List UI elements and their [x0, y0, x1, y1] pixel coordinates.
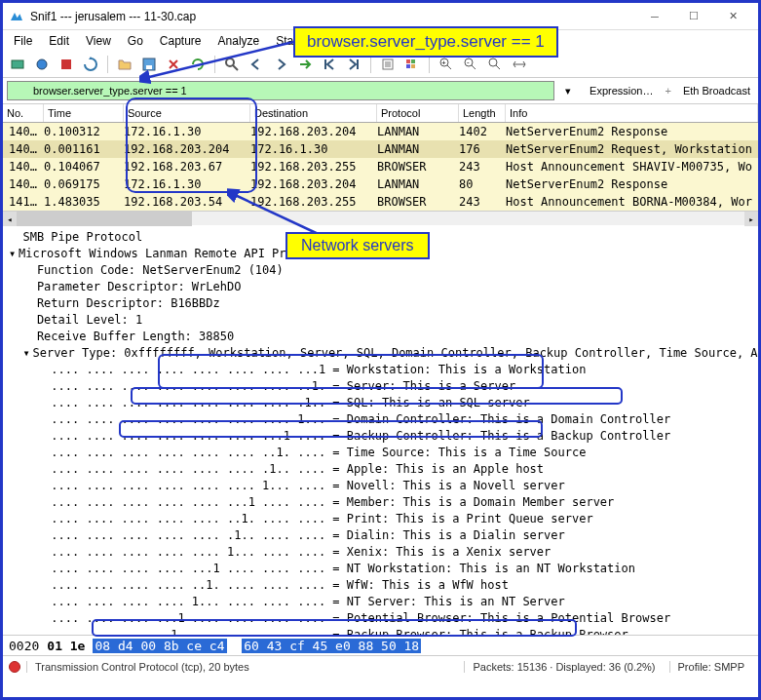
svg-point-18	[489, 58, 497, 66]
save-icon[interactable]	[138, 54, 160, 75]
svg-rect-0	[12, 60, 23, 68]
col-time[interactable]: Time	[44, 104, 124, 122]
col-dst[interactable]: Destination	[250, 104, 377, 122]
status-packets: Packets: 15136 · Displayed: 36 (0.2%)	[464, 661, 663, 673]
menu-file[interactable]: File	[7, 32, 39, 50]
svg-rect-8	[406, 59, 410, 63]
hex-view[interactable]: 0020 01 1e 08 d4 00 8b ce c4 60 43 cf 45…	[3, 635, 758, 656]
filter-clear-icon[interactable]: ▾	[557, 81, 579, 100]
svg-rect-4	[146, 65, 152, 69]
col-len[interactable]: Length	[459, 104, 506, 122]
callout-filter-text: browser.server_type.server == 1	[293, 26, 558, 58]
packet-list[interactable]: No. Time Source Destination Protocol Len…	[3, 103, 758, 225]
minimize-button[interactable]: ─	[635, 4, 674, 29]
filter-eth-broadcast[interactable]: Eth Broadcast	[679, 83, 754, 98]
packet-details[interactable]: SMB Pipe Protocol ▾Microsoft Windows Lan…	[3, 225, 758, 635]
hex-plain: 01 1e	[47, 639, 93, 653]
svg-rect-10	[406, 64, 410, 68]
col-info[interactable]: Info	[506, 104, 758, 122]
menu-analyze[interactable]: Analyze	[211, 32, 267, 50]
col-proto[interactable]: Protocol	[377, 104, 459, 122]
table-row[interactable]: 140…0.100312172.16.1.30192.168.203.204LA…	[3, 123, 758, 140]
stop-capture-icon[interactable]	[56, 54, 77, 75]
svg-point-5	[226, 58, 234, 66]
status-profile[interactable]: Profile: SMPP	[669, 661, 752, 673]
svg-text:+: +	[441, 58, 446, 67]
hex-sel1: 08 d4 00 8b ce c4	[93, 639, 226, 653]
restart-capture-icon[interactable]	[80, 54, 101, 75]
col-src[interactable]: Source	[124, 104, 250, 122]
hex-offset: 0020	[9, 639, 47, 653]
expert-info-icon[interactable]	[9, 661, 20, 673]
app-icon	[9, 9, 24, 24]
close-button[interactable]: ✕	[713, 4, 752, 29]
window-title: Snif1 --- jerusalem --- 11-30.cap	[30, 10, 635, 23]
menu-edit[interactable]: Edit	[42, 32, 76, 50]
svg-line-13	[447, 65, 451, 69]
menu-capture[interactable]: Capture	[153, 32, 209, 50]
svg-rect-2	[61, 59, 71, 69]
svg-rect-11	[411, 64, 415, 68]
table-row[interactable]: 141…1.483035192.168.203.54192.168.203.25…	[3, 193, 758, 211]
next-icon[interactable]	[270, 54, 291, 75]
open-icon[interactable]	[114, 54, 135, 75]
reload-icon[interactable]	[187, 54, 209, 75]
table-row[interactable]: 140…0.069175172.16.1.30192.168.203.204LA…	[3, 175, 758, 193]
start-capture-icon[interactable]	[31, 54, 53, 75]
status-bytes: Transmission Control Protocol (tcp), 20 …	[26, 661, 458, 673]
table-row[interactable]: 140…0.104067192.168.203.67192.168.203.25…	[3, 158, 758, 175]
packet-hscroll[interactable]: ◂▸	[3, 211, 758, 225]
svg-line-6	[233, 65, 238, 70]
filterbar: ▾ Expression… + Eth Broadcast	[3, 78, 758, 103]
svg-text:-: -	[467, 58, 470, 66]
maximize-button[interactable]: ☐	[674, 4, 713, 29]
display-filter-input[interactable]	[7, 81, 554, 100]
svg-line-16	[472, 65, 476, 69]
svg-point-1	[37, 59, 47, 69]
filter-expression-button[interactable]: Expression…	[586, 83, 657, 98]
callout-network-servers: Network servers	[285, 232, 430, 259]
find-icon[interactable]	[221, 54, 243, 75]
statusbar: Transmission Control Protocol (tcp), 20 …	[3, 656, 758, 678]
table-row[interactable]: 140…0.001161192.168.203.204172.16.1.30LA…	[3, 140, 758, 158]
close-file-icon[interactable]	[163, 54, 184, 75]
menu-go[interactable]: Go	[121, 32, 150, 50]
prev-icon[interactable]	[246, 54, 267, 75]
menu-view[interactable]: View	[79, 32, 118, 50]
hex-sel2: 60 43 cf 45 e0 88 50 18	[242, 639, 421, 653]
svg-line-19	[496, 65, 500, 69]
packet-list-header: No. Time Source Destination Protocol Len…	[3, 103, 758, 123]
col-no[interactable]: No.	[3, 104, 44, 122]
svg-rect-9	[411, 59, 415, 63]
interfaces-icon[interactable]	[7, 54, 28, 75]
